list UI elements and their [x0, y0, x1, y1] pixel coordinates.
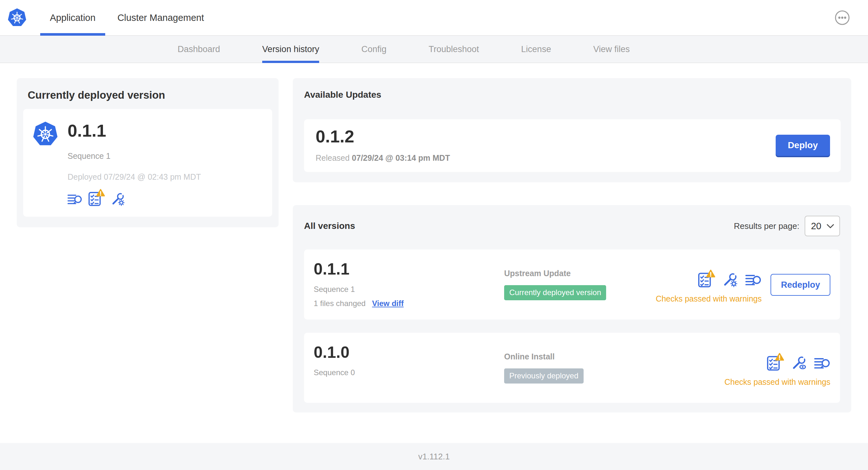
tab-application-label: Application — [50, 12, 96, 23]
deployed-sequence: Sequence 1 — [68, 152, 201, 161]
update-info: 0.1.2 Released 07/29/24 @ 03:14 pm MDT — [316, 128, 450, 163]
available-updates-card: Available Updates 0.1.2 Released 07/29/2… — [293, 78, 851, 182]
preflight-checks-warning-icon[interactable] — [88, 189, 105, 206]
ellipsis-menu-button[interactable] — [835, 10, 850, 25]
header-right — [835, 10, 850, 25]
version-row-info: 0.1.1 Sequence 1 1 files changed View di… — [314, 261, 504, 309]
view-diff-log-icon[interactable] — [68, 193, 82, 206]
view-diff-log-icon[interactable] — [745, 273, 762, 288]
page: Application Cluster Management Dashb — [0, 0, 868, 470]
version-row-status: Checks passed with warnings — [724, 352, 830, 387]
app-footer: v1.112.1 — [0, 443, 868, 470]
version-row-icons — [767, 352, 830, 371]
previously-deployed-badge: Previously deployed — [504, 368, 584, 383]
checks-status-text: Checks passed with warnings — [724, 377, 830, 387]
main-content: Currently deployed version — [0, 63, 868, 443]
tab-view-files-label: View files — [593, 44, 630, 54]
version-row-info: 0.1.0 Sequence 0 — [314, 344, 504, 392]
all-versions-title: All versions — [304, 221, 355, 231]
released-date: 07/29/24 @ 03:14 pm MDT — [352, 153, 450, 162]
app-header: Application Cluster Management — [0, 0, 868, 36]
files-changed-label: 1 files changed — [314, 299, 366, 308]
results-per-page: Results per page: 20 — [734, 216, 840, 236]
source-label: Online Install — [504, 352, 724, 361]
version-row-icons — [698, 269, 762, 288]
deployed-timestamp: Deployed 07/29/24 @ 02:43 pm MDT — [68, 172, 201, 181]
version-row-source: Online Install Previously deployed — [504, 344, 724, 392]
subnav: Dashboard Version history Config Trouble… — [0, 36, 868, 63]
tab-cluster-management[interactable]: Cluster Management — [108, 0, 214, 35]
row-sequence: Sequence 1 — [314, 285, 504, 294]
view-config-icon[interactable] — [791, 355, 807, 371]
view-diff-log-icon[interactable] — [814, 357, 830, 371]
tab-dashboard-label: Dashboard — [178, 44, 220, 54]
row-files-line: 1 files changed View diff — [314, 299, 504, 308]
deployed-version-number: 0.1.1 — [68, 122, 201, 139]
preflight-checks-warning-icon[interactable] — [698, 269, 715, 288]
tab-license[interactable]: License — [521, 36, 551, 63]
version-row-0.1.1: 0.1.1 Sequence 1 1 files changed View di… — [304, 249, 840, 320]
ellipsis-icon — [835, 10, 850, 25]
redeploy-button[interactable]: Redeploy — [771, 274, 830, 296]
currently-deployed-title: Currently deployed version — [28, 89, 272, 101]
update-version-number: 0.1.2 — [316, 128, 450, 145]
deploy-button[interactable]: Deploy — [776, 135, 830, 156]
view-diff-link[interactable]: View diff — [372, 299, 403, 308]
currently-deployed-card: Currently deployed version — [17, 78, 279, 227]
kubernetes-app-icon — [33, 121, 58, 147]
right-column: Available Updates 0.1.2 Released 07/29/2… — [293, 78, 851, 412]
tab-view-files[interactable]: View files — [593, 36, 630, 63]
all-versions-card: All versions Results per page: 20 — [293, 205, 851, 412]
version-row-0.1.0: 0.1.0 Sequence 0 Online Install Previous… — [304, 333, 840, 403]
console-version: v1.112.1 — [418, 452, 450, 462]
deployed-actions — [68, 189, 201, 206]
chevron-down-icon — [827, 224, 834, 229]
tab-license-label: License — [521, 44, 551, 54]
tab-application[interactable]: Application — [40, 0, 105, 35]
checks-status-text: Checks passed with warnings — [656, 294, 762, 303]
tab-config-label: Config — [361, 44, 386, 54]
version-row-actions: Checks passed with warnings — [724, 344, 830, 392]
left-column: Currently deployed version — [17, 78, 279, 227]
source-label: Upstream Update — [504, 269, 656, 278]
update-released-line: Released 07/29/24 @ 03:14 pm MDT — [316, 153, 450, 163]
row-version-number: 0.1.0 — [314, 344, 504, 360]
kubernetes-logo-icon — [8, 8, 26, 27]
all-versions-header: All versions Results per page: 20 — [304, 216, 840, 236]
results-per-page-select[interactable]: 20 — [805, 216, 840, 236]
tab-troubleshoot-label: Troubleshoot — [429, 44, 479, 54]
currently-deployed-version-card: 0.1.1 Sequence 1 Deployed 07/29/24 @ 02:… — [23, 109, 272, 217]
tab-version-history[interactable]: Version history — [262, 36, 319, 63]
results-per-page-value: 20 — [811, 221, 822, 231]
available-update-row: 0.1.2 Released 07/29/24 @ 03:14 pm MDT D… — [304, 119, 841, 172]
tab-config[interactable]: Config — [361, 36, 386, 63]
edit-config-icon[interactable] — [111, 192, 125, 206]
edit-config-icon[interactable] — [722, 272, 738, 288]
released-prefix: Released — [316, 153, 350, 162]
version-row-status: Checks passed with warnings — [656, 269, 762, 303]
results-per-page-label: Results per page: — [734, 221, 800, 231]
row-version-number: 0.1.1 — [314, 261, 504, 277]
available-updates-title: Available Updates — [304, 90, 841, 100]
tab-version-history-label: Version history — [262, 44, 319, 54]
row-sequence: Sequence 0 — [314, 368, 504, 377]
version-row-source: Upstream Update Currently deployed versi… — [504, 261, 656, 309]
version-row-actions: Checks passed with warnings Redeploy — [656, 261, 830, 309]
tab-dashboard[interactable]: Dashboard — [178, 36, 220, 63]
tab-cluster-management-label: Cluster Management — [117, 12, 204, 23]
currently-deployed-badge: Currently deployed version — [504, 285, 606, 300]
deployed-info: 0.1.1 Sequence 1 Deployed 07/29/24 @ 02:… — [68, 118, 201, 206]
tab-troubleshoot[interactable]: Troubleshoot — [429, 36, 479, 63]
preflight-checks-warning-icon[interactable] — [767, 352, 784, 371]
header-tabs: Application Cluster Management — [40, 0, 216, 35]
